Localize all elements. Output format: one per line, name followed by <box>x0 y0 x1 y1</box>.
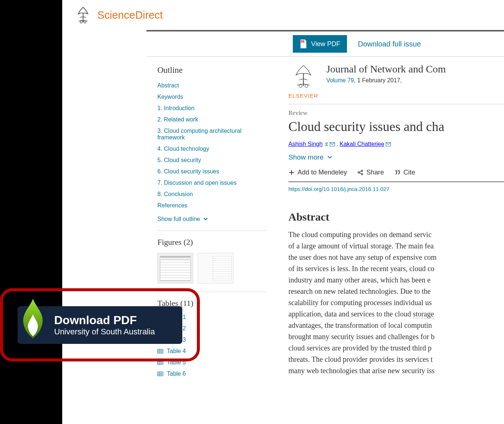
abstract-line: industry and many other areas, which has… <box>288 276 430 284</box>
journal-title-block: Journal of Network and Com Volume 79, 1 … <box>326 63 446 84</box>
show-full-outline-button[interactable]: Show full outline <box>157 216 208 222</box>
author-link-1[interactable]: Ashish Singh <box>288 141 322 147</box>
lean-library-callout: Download PDF University of South Austral… <box>0 288 200 361</box>
abstract-line: threats. The cloud provider provides its… <box>288 355 433 363</box>
elsevier-tree-logo-icon <box>73 5 93 25</box>
mail-icon[interactable] <box>330 142 335 146</box>
journal-meta: Volume 79, 1 February 2017, <box>326 77 446 84</box>
abstract-body: The cloud computing provides on demand s… <box>288 229 504 376</box>
abstract-line: advantages, the transformation of local … <box>288 321 432 329</box>
mendeley-label: Add to Mendeley <box>298 169 347 176</box>
svg-point-42 <box>361 173 363 175</box>
show-more-button[interactable]: Show more <box>288 153 332 161</box>
svg-text:PDF: PDF <box>300 40 304 42</box>
article-actions: Add to Mendeley Share Cite <box>288 169 504 176</box>
journal-date: , 1 February 2017, <box>354 77 402 83</box>
outline-list: Abstract Keywords 1. Introduction 2. Rel… <box>157 82 266 209</box>
person-icon[interactable] <box>324 142 329 146</box>
figure-thumbnails <box>157 253 266 284</box>
plus-icon <box>288 169 295 176</box>
show-full-outline-label: Show full outline <box>157 216 200 222</box>
figures-heading: Figures (2) <box>157 237 266 247</box>
abstract-heading: Abstract <box>288 211 504 223</box>
journal-header: ELSEVIER Journal of Network and Com Volu… <box>288 63 504 99</box>
abstract-line: cloud services are provided by the trust… <box>288 344 432 352</box>
abstract-line: of its services is less. In the recent y… <box>288 264 434 273</box>
author-1-icons <box>324 142 336 147</box>
svg-point-37 <box>326 143 328 145</box>
svg-point-40 <box>358 172 359 173</box>
quote-icon <box>394 169 400 176</box>
journal-divider <box>288 104 504 104</box>
abstract-line: the user does not have any setup of expe… <box>288 253 437 261</box>
sidebar-divider-1 <box>157 230 266 231</box>
pdf-file-icon: PDF <box>299 40 307 48</box>
publisher-name: ELSEVIER <box>288 93 318 99</box>
table-icon <box>157 372 163 376</box>
svg-point-36 <box>305 85 308 87</box>
share-button[interactable]: Share <box>357 169 384 176</box>
outline-heading: Outline <box>157 65 266 75</box>
view-pdf-label: View PDF <box>311 40 340 48</box>
outline-item-1[interactable]: 1. Introduction <box>157 105 194 111</box>
journal-volume-link[interactable]: Volume 79 <box>326 77 354 83</box>
author-link-2[interactable]: Kakali Chatterjee <box>340 141 384 147</box>
outline-item-7[interactable]: 7. Discussion and open issues <box>157 180 236 186</box>
lean-download-pdf-button[interactable]: Download PDF University of South Austral… <box>18 306 182 344</box>
share-label: Share <box>366 169 384 176</box>
svg-rect-30 <box>158 372 163 376</box>
abstract-line: research on new related technologies. Du… <box>288 287 431 295</box>
add-to-mendeley-button[interactable]: Add to Mendeley <box>288 169 347 176</box>
svg-point-2 <box>84 21 86 23</box>
abstract-line: brought many security issues and challen… <box>288 333 434 341</box>
author-separator: , <box>336 141 340 147</box>
svg-point-1 <box>80 21 82 23</box>
share-icon <box>357 169 363 176</box>
article-title: Cloud security issues and cha <box>288 119 504 134</box>
outline-item-8[interactable]: 8. Conclusion <box>157 191 193 197</box>
abstract-line: scalability for computing processes indi… <box>288 299 432 307</box>
cite-button[interactable]: Cite <box>394 169 415 176</box>
outline-item-4[interactable]: 4. Cloud technology <box>157 146 209 152</box>
download-full-issue-link[interactable]: Download full issue <box>358 40 421 48</box>
journal-title[interactable]: Journal of Network and Com <box>326 63 446 75</box>
content-row: Outline Abstract Keywords 1. Introductio… <box>146 57 504 382</box>
svg-point-41 <box>361 170 363 172</box>
article-toolbar: PDF View PDF Download full issue <box>62 31 504 56</box>
mail-icon[interactable] <box>386 142 391 146</box>
site-header: ScienceDirect <box>62 0 504 30</box>
figure-thumbnail-2[interactable] <box>198 253 234 284</box>
publisher-logo-block[interactable]: ELSEVIER <box>288 63 318 99</box>
authors-row: Ashish Singh , Kakali Chatterjee <box>288 141 504 147</box>
lean-subtitle: University of South Australia <box>54 327 171 337</box>
flame-icon <box>15 297 51 341</box>
table-link-6[interactable]: Table 6 <box>157 371 186 377</box>
abstract-line: many web technologies that arise new sec… <box>288 367 434 375</box>
outline-item-2[interactable]: 2. Related work <box>157 116 198 123</box>
outline-item-5[interactable]: 5. Cloud security <box>157 157 201 163</box>
abstract-line: The cloud computing provides on demand s… <box>288 230 432 239</box>
actions-divider <box>288 181 504 182</box>
view-pdf-button[interactable]: PDF View PDF <box>293 35 347 53</box>
chevron-down-icon <box>327 155 332 160</box>
outline-item-keywords[interactable]: Keywords <box>157 94 183 100</box>
lean-title: Download PDF <box>54 314 171 327</box>
outline-item-3[interactable]: 3. Cloud computing architectural framewo… <box>157 128 241 140</box>
brand-name[interactable]: ScienceDirect <box>97 9 163 21</box>
article-main: ELSEVIER Journal of Network and Com Volu… <box>277 57 504 382</box>
doi-link[interactable]: https://doi.org/10.1016/j.jnca.2016.11.0… <box>288 186 389 192</box>
figure-thumbnail-1[interactable] <box>157 253 193 284</box>
chevron-down-icon <box>203 217 208 222</box>
show-more-label: Show more <box>288 153 324 161</box>
outline-item-6[interactable]: 6. Cloud security issues <box>157 168 219 175</box>
article-type-label: Review <box>288 109 504 117</box>
abstract-keyword-storage[interactable]: storage <box>413 310 434 318</box>
outline-item-references[interactable]: References <box>157 202 187 209</box>
svg-point-35 <box>299 85 302 87</box>
elsevier-tree-icon <box>290 63 317 91</box>
abstract-line: of a large amount of virtual storage. Th… <box>288 242 434 250</box>
author-2-icons <box>386 142 391 147</box>
table-label: Table 6 <box>167 371 186 377</box>
outline-item-abstract[interactable]: Abstract <box>157 82 179 89</box>
abstract-line: application, data and services to the cl… <box>288 310 413 318</box>
